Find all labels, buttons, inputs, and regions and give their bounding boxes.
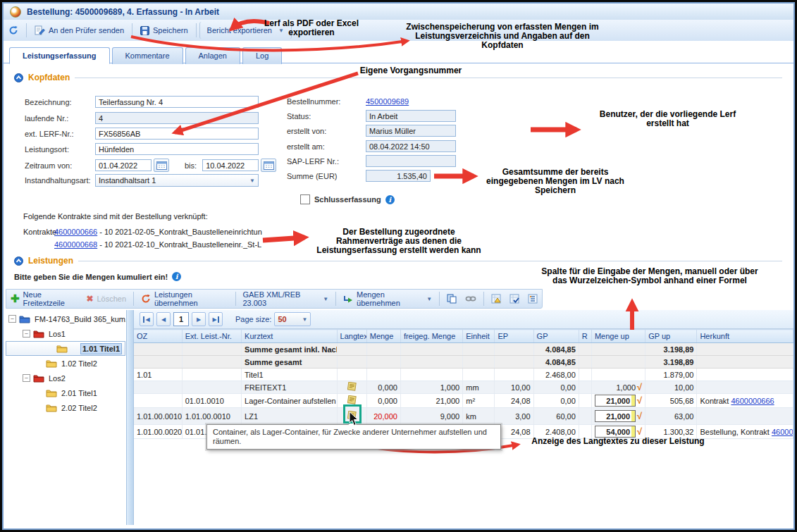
formula-sqrt-icon[interactable]: √ <box>637 411 642 421</box>
table-row[interactable]: 01.01.0010Lager-Container aufstellen und… <box>134 394 793 408</box>
date-to-input[interactable]: 10.04.2022 <box>202 159 259 171</box>
tree-table-splitter[interactable] <box>126 310 134 525</box>
send-label: An den Prüfer senden <box>49 26 124 35</box>
date-from-input[interactable]: 01.04.2022 <box>95 159 152 171</box>
grid-warning-button[interactable] <box>487 292 505 305</box>
info-icon[interactable]: i <box>172 272 181 281</box>
column-header-menge[interactable]: Menge <box>366 330 400 343</box>
text-input[interactable]: Teilerfassung Nr. 4 <box>95 96 259 108</box>
schlusserfassung-checkbox[interactable] <box>300 194 310 204</box>
table-row[interactable]: Summe gesamt4.084,853.198,89 <box>134 356 793 369</box>
formula-sqrt-icon[interactable]: √ <box>637 382 642 392</box>
menge-up-wrap: 1,000√ <box>595 382 642 392</box>
column-header-ep[interactable]: EP <box>495 330 533 343</box>
tree-node-fm-14763-build-365-kum-2[interactable]: –FM-14763_Build 365_kum. (2 <box>6 311 125 326</box>
send-to-checker-button[interactable]: An den Prüfer senden <box>30 23 129 37</box>
delete-button[interactable]: ✖ Löschen <box>82 292 130 305</box>
cell-oz <box>134 394 182 408</box>
cell-menge: 0,000 <box>366 381 400 394</box>
formula-sqrt-icon[interactable]: √ <box>637 395 642 406</box>
kontrakt-link[interactable]: 4600000668 <box>54 240 97 249</box>
tree-node-1-02-titel2[interactable]: 1.02 Titel2 <box>6 356 125 371</box>
copy-button[interactable] <box>443 292 461 305</box>
column-header-oz[interactable]: OZ <box>134 330 182 343</box>
next-page-button[interactable]: ▶ <box>192 312 206 326</box>
collapse-up-icon[interactable] <box>14 73 23 82</box>
form-row: Instandhaltungsart:Instandhaltsart 1▼ <box>25 174 259 187</box>
tab-leistungserfassung[interactable]: Leistungserfassung <box>9 47 110 64</box>
new-freetext-row-button[interactable]: ✚ Neue Freitextzeile <box>6 289 82 309</box>
herkunft-link[interactable]: 4600000666 <box>731 397 774 405</box>
tree-expander-icon[interactable]: – <box>23 374 30 382</box>
langtext-note-icon[interactable] <box>347 382 357 391</box>
calendar-icon[interactable] <box>154 159 169 172</box>
save-button[interactable]: Speichern <box>135 24 193 37</box>
take-services-button[interactable]: Leistungen übernehmen <box>137 289 233 309</box>
langtext-note-icon[interactable] <box>347 395 357 404</box>
refresh-button[interactable] <box>4 23 23 37</box>
kontrakt-link[interactable]: 4600000666 <box>54 228 97 236</box>
text-input[interactable]: FX56856AB <box>95 128 259 140</box>
grid-check-button[interactable] <box>505 292 524 305</box>
application-window: Bestellung: 4500009689, 4. Erfassung - I… <box>0 0 797 532</box>
field-label: erstellt von: <box>287 127 366 135</box>
info-icon[interactable]: i <box>385 195 395 204</box>
page-size-select[interactable]: 50 ▼ <box>274 312 311 326</box>
table-row[interactable]: 1.01.00.00101.01.00.0010LZ120,0009,000km… <box>134 408 793 425</box>
kontrakt-description: - 10 2021-02-10_Kontrakt_Baustelleneinr.… <box>97 240 261 249</box>
tree-node-label: 1.01 Titel1 <box>80 343 122 354</box>
column-header-gp-up[interactable]: GP up <box>645 330 697 343</box>
link-button[interactable] <box>461 294 481 304</box>
tree-node-1-01-titel1[interactable]: 1.01 Titel1 <box>6 341 125 356</box>
column-header-r[interactable]: R <box>579 330 591 343</box>
instandhaltungsart-select[interactable]: Instandhaltsart 1▼ <box>95 174 259 187</box>
grid-tree-button[interactable] <box>524 292 542 305</box>
tree-node-2-01-titel1[interactable]: 2.01 Titel1 <box>6 385 125 400</box>
menge-up-input[interactable]: 21,000 <box>595 395 636 407</box>
tab-log[interactable]: Log <box>242 47 282 64</box>
cell-ep: 24,08 <box>495 394 533 408</box>
kontrakte-label: Kontrakte: <box>23 228 58 236</box>
column-header-ext-leist-nr-[interactable]: Ext. Leist.-Nr. <box>182 330 241 343</box>
tree-expander-icon[interactable]: – <box>23 330 30 338</box>
cell-gp-up: 1.879,00 <box>645 369 697 381</box>
bestellnummer-link[interactable]: 4500009689 <box>366 97 409 106</box>
column-header-herkunft[interactable]: Herkunft <box>697 330 793 343</box>
table-row[interactable]: Summe gesamt inkl. Nachlass4.084,853.198… <box>134 343 793 356</box>
cell-gp-up: 3.198,89 <box>645 343 697 356</box>
tree-node-los2[interactable]: –Los2 <box>6 371 125 385</box>
prev-page-button[interactable]: ◀ <box>156 312 171 326</box>
tree-node-2-02-titel2[interactable]: 2.02 Titel2 <box>6 400 125 415</box>
last-page-button[interactable]: ▶ <box>209 312 223 326</box>
menge-up-input[interactable]: 21,000 <box>595 410 636 422</box>
column-header-kurztext[interactable]: Kurztext <box>242 330 338 343</box>
table-row[interactable]: 1.01Titel12.468,001.879,00 <box>134 369 793 381</box>
cell-gp: 0,00 <box>533 394 579 408</box>
text-input[interactable]: 4 <box>95 112 259 124</box>
table-row[interactable]: FREITEXT10,0001,000mm10,000,001,000√10,0… <box>134 381 793 394</box>
tab-kommentare[interactable]: Kommentare <box>112 47 183 64</box>
column-header-einheit[interactable]: Einheit <box>463 330 495 343</box>
first-page-button[interactable]: ◀ <box>140 312 154 326</box>
calendar-icon[interactable] <box>261 159 276 172</box>
tab-anlagen[interactable]: Anlagen <box>185 47 240 64</box>
gaeb-format-dropdown[interactable]: GAEB XML/REB 23.003 ▼ <box>238 289 333 309</box>
collapse-up-icon[interactable] <box>14 256 23 266</box>
cell-gp-up: 63,00 <box>645 408 697 425</box>
form-row: Status:In Arbeit <box>287 110 456 122</box>
summe-field: 1.535,40 <box>366 170 431 182</box>
tree-expander-icon[interactable]: – <box>8 315 16 323</box>
herkunft-link[interactable]: 4600000668 <box>772 428 793 436</box>
current-page-box[interactable]: 1 <box>173 312 189 326</box>
delete-label: Löschen <box>97 295 126 303</box>
text-input[interactable]: Hünfelden <box>95 143 259 155</box>
column-header-menge-up[interactable]: Menge up <box>591 330 645 343</box>
column-header-freigeg-menge[interactable]: freigeg. Menge <box>400 330 462 343</box>
cell-menge-up <box>591 356 645 369</box>
formula-sqrt-icon[interactable]: √ <box>637 426 642 437</box>
column-header-langtext[interactable]: Langtext <box>337 330 366 343</box>
cell-oz <box>134 343 182 356</box>
column-header-gp[interactable]: GP <box>533 330 579 343</box>
take-quantities-button[interactable]: Mengen übernehmen ▼ <box>339 289 436 309</box>
tree-node-los1[interactable]: –Los1 <box>6 326 125 341</box>
